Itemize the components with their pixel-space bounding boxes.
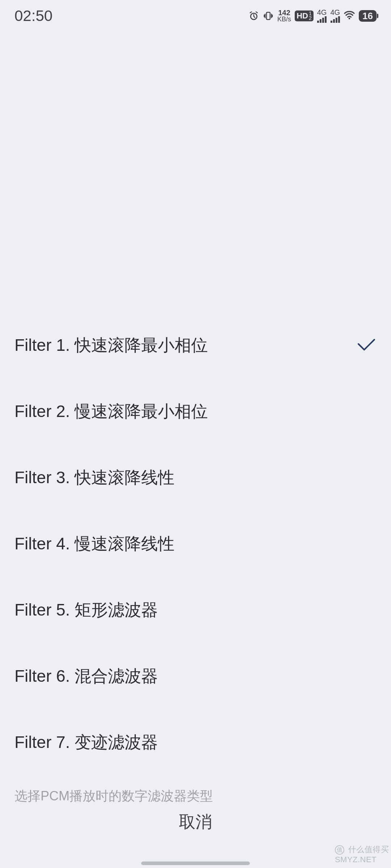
filter-option-6[interactable]: Filter 6. 混合滤波器 (0, 643, 391, 709)
filter-option-2[interactable]: Filter 2. 慢速滚降最小相位 (0, 378, 391, 444)
hint-text: 选择PCM播放时的数字滤波器类型 (14, 787, 213, 805)
home-indicator[interactable] (141, 861, 250, 865)
filter-option-label: Filter 1. 快速滚降最小相位 (14, 334, 208, 357)
hd-label: HD (297, 12, 308, 20)
signal-bars-icon (317, 16, 327, 23)
net-speed-unit: KB/s (277, 16, 291, 22)
status-time: 02:50 (14, 7, 52, 25)
signal-1-label: 4G (317, 9, 327, 16)
filter-option-7[interactable]: Filter 7. 变迹滤波器 (0, 709, 391, 775)
watermark-site: SMYZ.NET (335, 855, 377, 864)
filter-option-1[interactable]: Filter 1. 快速滚降最小相位 (0, 312, 391, 378)
filter-option-label: Filter 3. 快速滚降线性 (14, 467, 175, 489)
status-bar: 02:50 142 KB/s HD 1 2 4G 4G (0, 0, 391, 32)
filter-option-4[interactable]: Filter 4. 慢速滚降线性 (0, 511, 391, 577)
hd-sim2: 2 (309, 16, 312, 21)
watermark-circle: 值 (335, 845, 344, 855)
watermark-text: 什么值得买 (348, 845, 389, 854)
status-right: 142 KB/s HD 1 2 4G 4G 16 (248, 9, 377, 23)
watermark: 值 什么值得买 SMYZ.NET (335, 844, 389, 864)
signal-2-label: 4G (330, 9, 340, 16)
signal-bars-icon (331, 16, 340, 23)
filter-option-label: Filter 6. 混合滤波器 (14, 665, 158, 688)
signal-1: 4G (317, 9, 327, 23)
filter-option-label: Filter 4. 慢速滚降线性 (14, 533, 175, 555)
svg-point-2 (349, 18, 350, 20)
filter-list: Filter 1. 快速滚降最小相位 Filter 2. 慢速滚降最小相位 Fi… (0, 312, 391, 775)
filter-option-label: Filter 7. 变迹滤波器 (14, 731, 158, 754)
network-speed: 142 KB/s (277, 9, 291, 22)
wifi-icon (344, 10, 355, 21)
filter-option-3[interactable]: Filter 3. 快速滚降线性 (0, 444, 391, 511)
check-icon (356, 337, 377, 353)
vibrate-icon (263, 10, 274, 21)
hd-badge: HD 1 2 (295, 10, 314, 21)
filter-option-label: Filter 5. 矩形滤波器 (14, 599, 158, 621)
battery-indicator: 16 (359, 10, 377, 22)
filter-option-5[interactable]: Filter 5. 矩形滤波器 (0, 577, 391, 643)
alarm-icon (248, 10, 259, 21)
cancel-button[interactable]: 取消 (0, 811, 391, 843)
signal-2: 4G (330, 9, 340, 23)
svg-rect-1 (266, 12, 270, 20)
filter-option-label: Filter 2. 慢速滚降最小相位 (14, 400, 208, 423)
